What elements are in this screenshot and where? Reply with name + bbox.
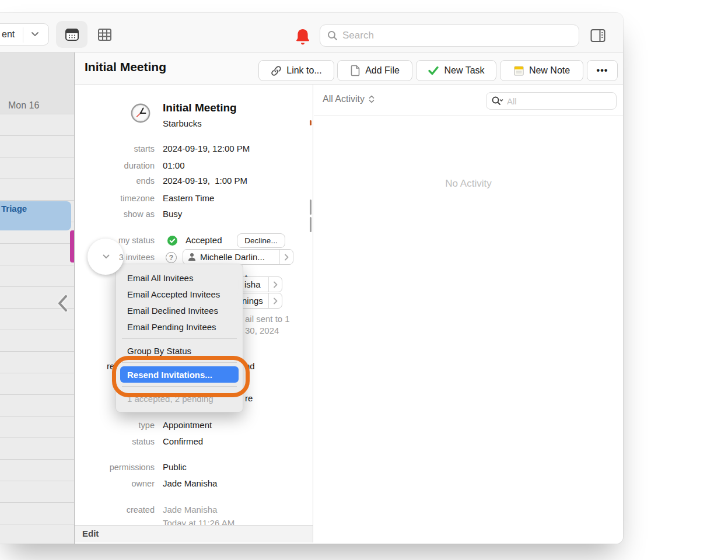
menu-item-email-accepted[interactable]: Email Accepted Invitees bbox=[116, 286, 243, 302]
screen: ent bbox=[0, 0, 728, 560]
edit-bar: Edit bbox=[75, 525, 313, 542]
invitee-pill-partial[interactable]: isha bbox=[238, 276, 282, 292]
edit-button[interactable]: Edit bbox=[82, 528, 99, 538]
main-toolbar: ent bbox=[0, 13, 623, 52]
field-value-permissions: Public bbox=[163, 462, 187, 473]
file-icon bbox=[350, 65, 360, 76]
menu-separator bbox=[122, 338, 237, 339]
field-value-duration: 01:00 bbox=[163, 160, 185, 171]
more-icon: ••• bbox=[597, 65, 608, 76]
scrollbar-thumb[interactable] bbox=[310, 200, 312, 215]
activity-header: All Activity bbox=[314, 85, 623, 116]
help-icon[interactable]: ? bbox=[166, 252, 177, 263]
field-value-showas: Busy bbox=[163, 209, 182, 219]
accepted-check-icon bbox=[167, 236, 177, 246]
empty-state-text: No Activity bbox=[314, 178, 623, 190]
obscured-text-fragment: ail sent to 1 bbox=[245, 314, 290, 324]
chevron-right-icon[interactable] bbox=[279, 250, 293, 264]
new-note-label: New Note bbox=[529, 65, 570, 76]
record-header: Initial Meeting Link to... Ad bbox=[75, 52, 623, 85]
field-label-status: status bbox=[80, 436, 155, 447]
calendar-grid[interactable] bbox=[0, 114, 74, 544]
link-to-button[interactable]: Link to... bbox=[258, 60, 334, 81]
new-task-label: New Task bbox=[444, 65, 484, 76]
invitees-label[interactable]: 3 invitees bbox=[80, 252, 155, 262]
global-search-field[interactable] bbox=[320, 24, 579, 47]
calendar-event-triage[interactable]: Triage bbox=[0, 201, 71, 230]
add-file-button[interactable]: Add File bbox=[337, 60, 412, 81]
checkmark-icon bbox=[428, 65, 439, 76]
menu-item-email-pending[interactable]: Email Pending Invitees bbox=[116, 318, 243, 335]
menu-item-email-all[interactable]: Email All Invitees bbox=[116, 270, 243, 286]
search-filter-icon bbox=[492, 96, 503, 106]
chevron-down-icon[interactable] bbox=[31, 32, 39, 37]
search-icon bbox=[327, 30, 338, 41]
activity-search-field[interactable] bbox=[486, 92, 617, 110]
field-label-owner: owner bbox=[80, 478, 155, 489]
table-view-button[interactable] bbox=[89, 21, 120, 48]
scroll-marker bbox=[310, 120, 312, 125]
appointment-title: Initial Meeting bbox=[163, 102, 237, 114]
activity-panel: All Activity No Activity bbox=[314, 85, 623, 544]
obscured-text-fragment: re bbox=[107, 361, 114, 371]
new-event-split-button[interactable]: ent bbox=[0, 23, 49, 46]
record-title: Initial Meeting bbox=[85, 60, 166, 74]
invitee-name-partial: isha bbox=[244, 279, 265, 289]
invitee-name: Michelle Darlin... bbox=[200, 252, 275, 262]
field-label-created: created bbox=[80, 505, 155, 515]
field-label-timezone: timezone bbox=[80, 193, 155, 204]
day-label: Mon 16 bbox=[8, 100, 39, 111]
calendar-view-button[interactable] bbox=[56, 21, 88, 48]
appointment-clock-icon bbox=[131, 103, 150, 123]
menu-item-resend-invitations[interactable]: Resend Invitations... bbox=[120, 366, 239, 383]
activity-search-input[interactable] bbox=[507, 96, 611, 106]
new-task-button[interactable]: New Task bbox=[416, 60, 496, 81]
collapse-panel-icon[interactable] bbox=[55, 292, 70, 315]
calendar-event-partial[interactable] bbox=[70, 230, 74, 262]
link-icon bbox=[271, 65, 282, 76]
decline-button[interactable]: Decline... bbox=[237, 233, 285, 248]
person-icon bbox=[188, 253, 196, 261]
invitees-context-menu: Email All Invitees Email Accepted Invite… bbox=[116, 264, 243, 412]
activity-filter-label: All Activity bbox=[323, 94, 365, 104]
field-value-type: Appointment bbox=[163, 420, 212, 430]
new-note-button[interactable]: New Note bbox=[500, 60, 583, 81]
grid-icon bbox=[97, 27, 113, 43]
app-window: ent bbox=[0, 13, 623, 544]
my-status-value: Accepted bbox=[186, 235, 222, 246]
scrollbar-thumb[interactable] bbox=[310, 217, 312, 232]
activity-filter-dropdown[interactable]: All Activity bbox=[323, 94, 374, 104]
calendar-strip: Mon 16 Triage bbox=[0, 52, 75, 544]
field-value-owner: Jade Manisha bbox=[163, 478, 217, 489]
invitee-pill-michelle[interactable]: Michelle Darlin... bbox=[183, 249, 293, 265]
field-label-duration: duration bbox=[80, 160, 155, 171]
created-by-value: Jade Manisha bbox=[163, 505, 217, 515]
note-icon bbox=[513, 65, 524, 76]
obscured-text-fragment: 30, 2024 bbox=[245, 326, 279, 335]
menu-item-group-by-status[interactable]: Group By Status bbox=[116, 342, 243, 359]
link-to-label: Link to... bbox=[286, 65, 321, 76]
obscured-text-fragment: re bbox=[245, 393, 253, 403]
field-label-starts: starts bbox=[80, 144, 155, 154]
field-value-status: Confirmed bbox=[163, 436, 203, 447]
sidebar-toggle-icon[interactable] bbox=[590, 29, 606, 43]
field-value-starts: 2024-09-19, 12:00 PM bbox=[163, 144, 250, 154]
menu-item-summary: 1 accepted, 2 pending bbox=[116, 390, 243, 407]
menu-item-email-declined[interactable]: Email Declined Invitees bbox=[116, 302, 243, 318]
notifications-bell-icon[interactable] bbox=[295, 27, 311, 46]
field-label-type: type bbox=[80, 420, 155, 430]
calendar-day-header: Mon 16 bbox=[0, 52, 74, 114]
divider bbox=[23, 27, 23, 43]
field-label-ends: ends bbox=[80, 176, 155, 186]
menu-separator bbox=[122, 362, 237, 363]
obscured-text-fragment: nd bbox=[245, 361, 255, 371]
new-event-label: ent bbox=[2, 29, 15, 40]
add-file-label: Add File bbox=[365, 65, 400, 76]
up-down-chevrons-icon bbox=[369, 95, 374, 103]
more-actions-button[interactable]: ••• bbox=[587, 60, 618, 81]
search-input[interactable] bbox=[342, 30, 572, 41]
chevron-right-icon[interactable] bbox=[268, 277, 282, 292]
field-value-timezone: Eastern Time bbox=[163, 193, 214, 204]
calendar-icon bbox=[64, 27, 80, 43]
chevron-right-icon[interactable] bbox=[268, 293, 282, 308]
